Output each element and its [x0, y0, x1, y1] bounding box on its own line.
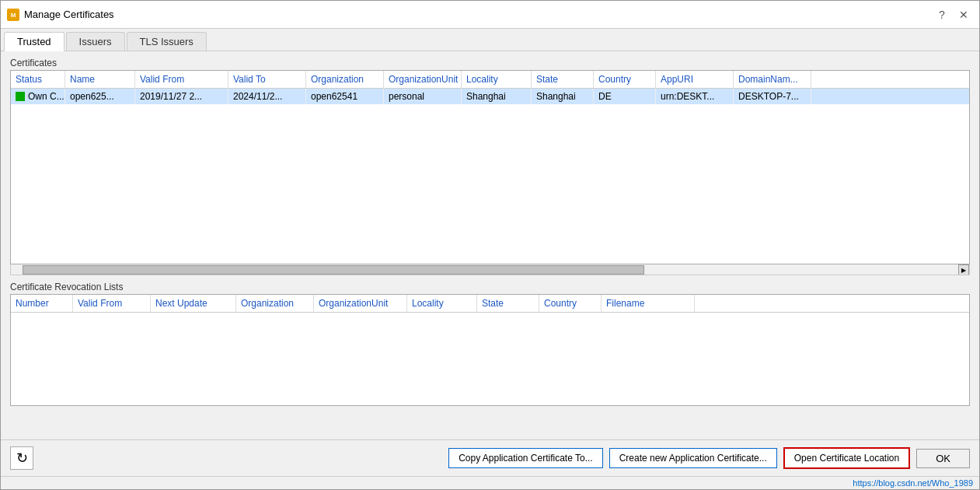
- window-title: Manage Certificates: [24, 9, 933, 20]
- certificates-table-header: Status Name Valid From Valid To Organiza…: [11, 71, 969, 89]
- col-header-name: Name: [65, 71, 135, 88]
- col-header-domainname: DomainNam...: [734, 71, 811, 88]
- col-header-valid-from: Valid From: [135, 71, 228, 88]
- certificates-scroll[interactable]: Status Name Valid From Valid To Organiza…: [11, 71, 969, 104]
- col-header-org-unit: OrganizationUnit: [384, 71, 462, 88]
- bottom-bar: https://blog.csdn.net/Who_1989: [1, 476, 979, 489]
- certificates-table-container: Status Name Valid From Valid To Organiza…: [10, 70, 970, 264]
- certificates-table: Status Name Valid From Valid To Organiza…: [11, 71, 969, 104]
- main-window: M Manage Certificates ? ✕ Trusted Issuer…: [0, 0, 980, 490]
- col-crl-locality: Locality: [407, 295, 477, 312]
- url-hint: https://blog.csdn.net/Who_1989: [853, 478, 973, 488]
- table-row[interactable]: Own C... open625... 2019/11/27 2... 2024…: [11, 89, 969, 104]
- tab-tls-issuers[interactable]: TLS Issuers: [127, 32, 207, 51]
- scrollbar-track: [11, 264, 969, 275]
- refresh-button[interactable]: ↻: [10, 446, 33, 470]
- content-area: Certificates Status Name Valid From Vali…: [1, 51, 979, 439]
- title-bar: M Manage Certificates ? ✕: [1, 1, 979, 29]
- app-icon: M: [7, 9, 19, 21]
- cell-valid-from: 2019/11/27 2...: [135, 89, 228, 104]
- help-button[interactable]: ?: [933, 5, 951, 24]
- svg-text:M: M: [11, 12, 16, 19]
- crl-label: Certificate Revocation Lists: [10, 282, 970, 292]
- crl-table-container: Number Valid From Next Update Organizati…: [10, 294, 970, 406]
- col-crl-country: Country: [539, 295, 602, 312]
- tab-issuers[interactable]: Issuers: [66, 32, 125, 51]
- cert-scrollbar[interactable]: ◀ ▶: [10, 264, 970, 275]
- col-crl-valid-from: Valid From: [73, 295, 151, 312]
- tab-bar: Trusted Issuers TLS Issuers: [1, 29, 979, 51]
- create-cert-button[interactable]: Create new Application Certificate...: [609, 448, 777, 468]
- cell-org: open62541: [306, 89, 384, 104]
- crl-table: Number Valid From Next Update Organizati…: [11, 295, 969, 313]
- col-crl-number: Number: [11, 295, 73, 312]
- cell-locality: Shanghai: [462, 89, 532, 104]
- cell-appuri: urn:DESKT...: [656, 89, 734, 104]
- col-filename: Filename: [602, 295, 695, 312]
- col-crl-state: State: [477, 295, 539, 312]
- crl-table-header: Number Valid From Next Update Organizati…: [11, 295, 969, 313]
- col-header-country: Country: [594, 71, 656, 88]
- tab-trusted[interactable]: Trusted: [4, 32, 65, 51]
- open-location-button[interactable]: Open Certificate Location: [783, 447, 910, 469]
- crl-section: Certificate Revocation Lists Number Vali…: [10, 282, 970, 406]
- status-text: Own C...: [28, 91, 65, 102]
- ok-button[interactable]: OK: [916, 449, 970, 468]
- cell-org-unit: personal: [384, 89, 462, 104]
- col-header-status: Status: [11, 71, 65, 88]
- cell-status: Own C...: [11, 89, 65, 104]
- col-header-locality: Locality: [462, 71, 532, 88]
- footer: ↻ Copy Application Certificate To... Cre…: [1, 439, 979, 476]
- cell-name: open625...: [65, 89, 135, 104]
- col-header-org: Organization: [306, 71, 384, 88]
- col-crl-org-unit: OrganizationUnit: [314, 295, 407, 312]
- cell-state: Shanghai: [532, 89, 594, 104]
- refresh-icon: ↻: [16, 450, 28, 467]
- cell-domainname: DESKTOP-7...: [734, 89, 811, 104]
- col-header-valid-to: Valid To: [228, 71, 306, 88]
- col-header-appuri: AppURI: [656, 71, 734, 88]
- scrollbar-thumb[interactable]: [23, 265, 644, 275]
- cell-valid-to: 2024/11/2...: [228, 89, 306, 104]
- scroll-right-arrow[interactable]: ▶: [958, 264, 969, 275]
- col-next-update: Next Update: [151, 295, 236, 312]
- col-header-state: State: [532, 71, 594, 88]
- crl-scroll[interactable]: Number Valid From Next Update Organizati…: [11, 295, 969, 313]
- certificates-section: Certificates Status Name Valid From Vali…: [10, 58, 970, 275]
- window-controls: ? ✕: [933, 5, 973, 24]
- certificates-label: Certificates: [10, 58, 970, 68]
- cell-country: DE: [594, 89, 656, 104]
- status-indicator: [16, 92, 25, 101]
- close-button[interactable]: ✕: [954, 5, 973, 24]
- col-crl-org: Organization: [236, 295, 314, 312]
- copy-cert-button[interactable]: Copy Application Certificate To...: [448, 448, 603, 468]
